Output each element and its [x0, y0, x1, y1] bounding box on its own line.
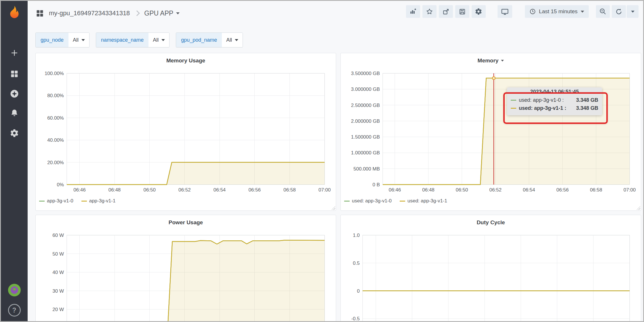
- dashboard-settings-button[interactable]: [472, 5, 486, 18]
- svg-text:60 W: 60 W: [52, 233, 64, 238]
- alerting-bell-icon[interactable]: [6, 105, 22, 121]
- svg-text:06:58: 06:58: [283, 187, 296, 192]
- breadcrumb-page-dropdown[interactable]: GPU APP: [144, 9, 180, 17]
- grafana-logo[interactable]: [6, 4, 22, 20]
- svg-text:06:50: 06:50: [143, 187, 156, 192]
- series-color-dash: [344, 201, 350, 202]
- filter-value: All: [226, 37, 232, 43]
- grafana-dashboard-window: ? my-gpu_1694972343341318 GPU APP: [0, 0, 644, 322]
- svg-text:06:46: 06:46: [73, 187, 86, 192]
- add-panel-icon: [409, 8, 417, 15]
- chevron-down-icon: [581, 11, 584, 13]
- memory-usage-legend: app-3g-v1-0app-3g-v1-1: [39, 198, 115, 204]
- legend-item[interactable]: app-3g-v1-1: [81, 198, 116, 204]
- svg-text:30 W: 30 W: [52, 288, 64, 294]
- panel-title-memory-usage[interactable]: Memory Usage: [36, 53, 336, 68]
- svg-text:60.00%: 60.00%: [47, 115, 64, 121]
- filter-gpu-node: gpu_node All: [35, 32, 89, 47]
- chevron-down-icon: [631, 11, 635, 13]
- power-usage-chart[interactable]: 20 W30 W40 W50 W60 W: [36, 230, 335, 322]
- filter-value-dropdown[interactable]: All: [222, 33, 243, 47]
- legend-label: app-3g-v1-1: [89, 198, 116, 204]
- panel-title-power-usage[interactable]: Power Usage: [36, 215, 336, 230]
- panel-title-text: Duty Cycle: [477, 219, 505, 226]
- svg-text:06:58: 06:58: [590, 187, 602, 192]
- legend-item[interactable]: used: app-3g-v1-0: [344, 198, 392, 204]
- filter-value-dropdown[interactable]: All: [68, 33, 89, 47]
- chevron-down-icon: [176, 12, 180, 14]
- breadcrumb-page-name: GPU APP: [144, 9, 173, 17]
- add-panel-button[interactable]: [406, 5, 420, 18]
- svg-text:06:56: 06:56: [557, 187, 569, 192]
- chart-tooltip: 2023-04-13 06:51:45 used: app-3g-v1-0 : …: [507, 87, 602, 115]
- duty-cycle-chart[interactable]: -0.500.51.0: [341, 230, 640, 322]
- svg-text:0%: 0%: [57, 182, 64, 187]
- svg-text:06:50: 06:50: [456, 187, 468, 192]
- memory-legend: used: app-3g-v1-0used: app-3g-v1-1: [344, 198, 447, 204]
- star-icon: [426, 8, 433, 15]
- toolbar: Last 15 minutes: [406, 5, 639, 18]
- create-plus-icon[interactable]: [6, 45, 22, 61]
- series-color-dash: [400, 201, 405, 202]
- svg-text:40 W: 40 W: [52, 270, 64, 275]
- cycle-view-button[interactable]: [498, 5, 512, 18]
- clock-icon: [529, 8, 536, 15]
- series-color-dash: [39, 201, 45, 202]
- configuration-gear-icon[interactable]: [6, 125, 22, 141]
- sidebar: ?: [1, 1, 28, 321]
- filter-label[interactable]: gpu_pod_name: [176, 33, 222, 47]
- svg-text:06:52: 06:52: [178, 187, 191, 192]
- zoom-out-button[interactable]: [596, 5, 610, 18]
- legend-label: used: app-3g-v1-0: [352, 198, 392, 204]
- refresh-interval-dropdown[interactable]: [627, 5, 639, 18]
- filter-value-dropdown[interactable]: All: [148, 33, 169, 47]
- svg-text:20 W: 20 W: [52, 307, 64, 312]
- gear-icon: [475, 8, 482, 15]
- explore-compass-icon[interactable]: [6, 86, 22, 102]
- panel-resize-handle[interactable]: [637, 206, 640, 210]
- chevron-down-icon: [501, 60, 504, 62]
- share-icon: [442, 8, 449, 15]
- svg-text:06:54: 06:54: [214, 187, 226, 192]
- dashboard-grid-icon[interactable]: [35, 9, 44, 18]
- panel-resize-handle[interactable]: [331, 206, 335, 210]
- memory-chart[interactable]: 0 B500.000 MB1.000000 GB1.500000 GB2.000…: [341, 68, 640, 192]
- time-range-label: Last 15 minutes: [539, 8, 578, 15]
- panel-title-text: Memory Usage: [166, 57, 205, 64]
- tooltip-series-row: used: app-3g-v1-1 : 3.348 GB: [511, 104, 598, 112]
- legend-item[interactable]: used: app-3g-v1-1: [400, 198, 447, 204]
- star-dashboard-button[interactable]: [422, 5, 437, 18]
- filter-value: All: [153, 37, 159, 43]
- share-dashboard-button[interactable]: [439, 5, 453, 18]
- filter-label[interactable]: namespace_name: [96, 33, 148, 47]
- panel-title-memory[interactable]: Memory: [341, 53, 641, 68]
- chevron-down-icon: [161, 39, 165, 41]
- tooltip-series-label: used: app-3g-v1-1 :: [519, 104, 566, 112]
- zoom-out-icon: [599, 8, 607, 15]
- svg-text:0 B: 0 B: [372, 182, 380, 187]
- breadcrumb-dashboard-name[interactable]: my-gpu_1694972343341318: [49, 9, 130, 17]
- filter-label[interactable]: gpu_node: [36, 33, 68, 47]
- refresh-button[interactable]: [612, 5, 626, 18]
- chevron-down-icon: [235, 39, 238, 41]
- filter-namespace-name: namespace_name All: [96, 32, 169, 47]
- tooltip-series-value: 3.348 GB: [576, 96, 598, 104]
- svg-text:0: 0: [357, 288, 360, 294]
- legend-item[interactable]: app-3g-v1-0: [39, 198, 73, 204]
- user-avatar[interactable]: [6, 282, 22, 298]
- help-icon[interactable]: ?: [6, 302, 22, 318]
- tooltip-series-row: used: app-3g-v1-0 : 3.348 GB: [511, 96, 598, 104]
- grafana-logo-icon: [7, 5, 22, 20]
- monitor-icon: [501, 8, 509, 16]
- panel-title-duty-cycle[interactable]: Duty Cycle: [341, 215, 641, 230]
- save-dashboard-button[interactable]: [455, 5, 469, 18]
- breadcrumb: my-gpu_1694972343341318 GPU APP: [35, 7, 180, 20]
- svg-text:06:56: 06:56: [248, 187, 261, 192]
- svg-text:80.00%: 80.00%: [47, 93, 64, 98]
- dashboards-icon[interactable]: [6, 66, 22, 82]
- series-color-dash: [81, 201, 87, 202]
- time-range-picker-button[interactable]: Last 15 minutes: [525, 5, 589, 18]
- panel-duty-cycle: Duty Cycle -0.500.51.0: [340, 215, 641, 322]
- memory-usage-chart[interactable]: 0%20.00%40.00%60.00%80.00%100.00%06:4606…: [36, 68, 335, 192]
- series-color-dash: [511, 108, 516, 109]
